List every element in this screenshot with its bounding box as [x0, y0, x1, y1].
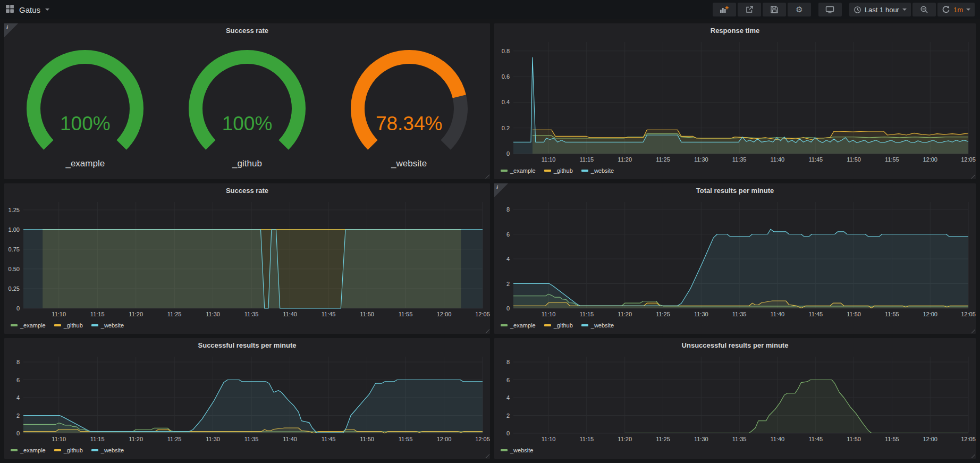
legend-item-website[interactable]: _website [581, 167, 614, 174]
svg-text:11:25: 11:25 [167, 311, 182, 317]
panel-resize-handle[interactable] [970, 174, 975, 179]
svg-text:11:20: 11:20 [618, 436, 632, 442]
gauge-value: 78.34% [329, 113, 489, 135]
svg-text:4: 4 [506, 394, 510, 401]
svg-text:12:00: 12:00 [923, 436, 937, 442]
svg-text:11:55: 11:55 [885, 436, 899, 442]
legend-item-website[interactable]: _website [501, 447, 533, 453]
gauge-arc [5, 46, 165, 165]
svg-text:2: 2 [506, 413, 510, 419]
legend-item-website[interactable]: _website [91, 447, 124, 453]
svg-text:11:15: 11:15 [90, 311, 105, 317]
panel-title[interactable]: Response time [711, 27, 759, 35]
legend-swatch [544, 324, 551, 326]
svg-text:11:15: 11:15 [580, 311, 594, 317]
zoom-out-button[interactable] [913, 3, 936, 16]
legend-label: _example [20, 322, 46, 329]
chart-legend: _website [494, 444, 976, 459]
legend-swatch [11, 449, 18, 451]
svg-text:8: 8 [506, 206, 510, 213]
svg-text:11:50: 11:50 [847, 156, 861, 163]
panel-info-corner[interactable]: i [4, 23, 18, 37]
success-rate-chart[interactable]: 1.251.000.750.500.25011:1011:1511:2011:2… [4, 198, 490, 319]
add-panel-icon [720, 5, 729, 14]
legend-item-github[interactable]: _github [54, 322, 83, 329]
legend-label: _github [554, 167, 573, 174]
legend-swatch [54, 449, 61, 451]
svg-text:11:10: 11:10 [542, 436, 556, 442]
dashboard-grid: i Success rate 100% _example 100% _githu… [0, 19, 980, 463]
unsuccessful-results-chart[interactable]: 8642011:1011:1511:2011:2511:3011:3511:40… [494, 352, 976, 444]
svg-text:11:30: 11:30 [206, 311, 220, 317]
panel-title[interactable]: Success rate [226, 187, 268, 195]
legend-swatch [54, 324, 61, 326]
svg-text:4: 4 [16, 394, 20, 401]
chart-legend: _example_github_website [494, 319, 976, 334]
settings-button[interactable]: ⚙ [788, 3, 811, 16]
gauge-arc [330, 46, 489, 165]
dashboard-title-caret-icon[interactable] [45, 9, 49, 11]
legend-label: _example [510, 167, 536, 174]
panel-successful-results: Successful results per minute 8642011:10… [4, 338, 490, 459]
total-results-chart[interactable]: 8642011:1011:1511:2011:2511:3011:3511:40… [494, 198, 976, 319]
legend-item-github[interactable]: _github [544, 322, 573, 329]
svg-text:0: 0 [506, 150, 510, 157]
svg-text:11:40: 11:40 [283, 436, 297, 442]
legend-item-example[interactable]: _example [501, 322, 536, 329]
time-range-button[interactable]: Last 1 hour [849, 3, 911, 16]
response-time-chart[interactable]: 0.80.60.40.2011:1011:1511:2011:2511:3011… [494, 38, 976, 164]
panel-resize-handle[interactable] [485, 174, 489, 179]
legend-item-github[interactable]: _github [544, 167, 573, 174]
gear-icon: ⚙ [796, 6, 802, 14]
refresh-button[interactable]: 1m [937, 3, 975, 16]
svg-text:11:30: 11:30 [206, 436, 220, 442]
legend-item-example[interactable]: _example [501, 167, 536, 174]
successful-results-chart[interactable]: 8642011:1011:1511:2011:2511:3011:3511:40… [4, 352, 490, 444]
svg-text:11:45: 11:45 [808, 156, 823, 163]
svg-text:0.25: 0.25 [9, 285, 20, 292]
dashboard-title[interactable]: Gatus [19, 5, 40, 14]
panel-info-corner[interactable]: i [494, 183, 508, 197]
legend-item-example[interactable]: _example [11, 447, 46, 453]
panel-response-time: Response time 0.80.60.40.2011:1011:1511:… [494, 23, 976, 179]
legend-swatch [501, 324, 508, 326]
legend-item-website[interactable]: _website [91, 322, 124, 329]
svg-text:11:20: 11:20 [129, 436, 143, 442]
legend-label: _website [591, 167, 614, 174]
svg-text:11:30: 11:30 [694, 156, 708, 163]
svg-text:11:55: 11:55 [399, 436, 413, 442]
legend-item-website[interactable]: _website [581, 322, 614, 329]
panel-title[interactable]: Unsuccessful results per minute [682, 341, 789, 349]
svg-text:11:45: 11:45 [322, 311, 336, 317]
share-button[interactable] [738, 3, 761, 16]
panel-resize-handle[interactable] [485, 329, 489, 333]
tv-mode-button[interactable] [818, 3, 842, 16]
svg-text:11:10: 11:10 [542, 156, 556, 163]
legend-item-example[interactable]: _example [11, 322, 46, 329]
panel-resize-handle[interactable] [485, 453, 489, 458]
add-panel-button[interactable] [713, 3, 736, 16]
legend-item-github[interactable]: _github [54, 447, 83, 453]
clock-icon [854, 6, 861, 14]
refresh-caret-icon [966, 9, 970, 11]
panel-title[interactable]: Total results per minute [696, 187, 774, 195]
svg-text:11:25: 11:25 [656, 311, 670, 317]
dashboard-grid-icon[interactable] [5, 4, 14, 15]
legend-label: _github [64, 322, 83, 329]
svg-text:11:50: 11:50 [360, 436, 374, 442]
legend-label: _website [591, 322, 614, 329]
save-button[interactable] [763, 3, 786, 16]
gauge-value: 100% [5, 113, 166, 135]
info-icon: i [6, 24, 8, 30]
svg-text:12:05: 12:05 [961, 436, 976, 442]
panel-resize-handle[interactable] [970, 453, 975, 458]
navbar: Gatus ⚙ [0, 0, 980, 19]
svg-text:11:40: 11:40 [771, 311, 785, 317]
svg-text:8: 8 [16, 359, 20, 365]
svg-text:12:05: 12:05 [475, 311, 490, 317]
panel-title[interactable]: Success rate [226, 27, 268, 35]
panel-resize-handle[interactable] [970, 329, 975, 333]
panel-title[interactable]: Successful results per minute [198, 341, 297, 349]
legend-label: _website [101, 447, 124, 453]
refresh-interval-label: 1m [953, 6, 963, 14]
